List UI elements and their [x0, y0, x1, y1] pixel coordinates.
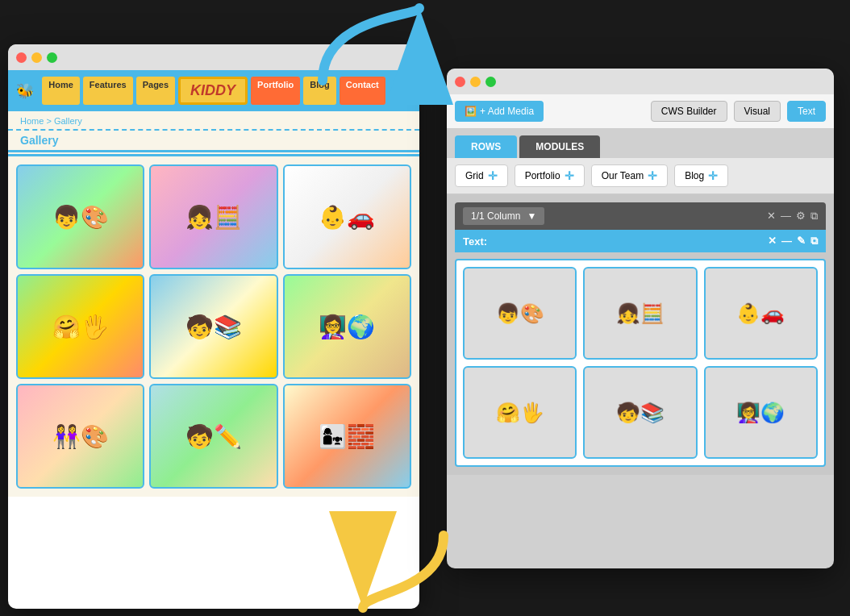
dot-green-right[interactable]: [485, 77, 496, 87]
module-minimize-icon[interactable]: —: [781, 235, 792, 248]
gallery-cell-4[interactable]: 🤗🖐️: [16, 274, 144, 379]
editor-photo-3: 👶🚗: [706, 268, 816, 358]
right-titlebar: [447, 69, 834, 94]
column-label: 1/1 Column: [471, 210, 520, 222]
editor-photo-6: 👩‍🏫🌍: [706, 368, 816, 457]
gallery-photo-6: 👩‍🏫🌍: [285, 276, 410, 377]
add-media-icon: 🖼️: [465, 106, 477, 117]
editor-photo-5: 🧒📚: [585, 368, 695, 457]
editor-cell-5[interactable]: 🧒📚: [583, 366, 697, 459]
our-team-row-button[interactable]: Our Team ✛: [591, 164, 668, 187]
editor-cell-3[interactable]: 👶🚗: [704, 267, 818, 360]
column-bar: 1/1 Column ▼ ✕ — ⚙ ⧉: [455, 202, 826, 230]
our-team-plus-icon: ✛: [648, 169, 657, 182]
gallery-cell-9[interactable]: 👩‍👧🧱: [283, 384, 411, 489]
nav-features[interactable]: Features: [83, 77, 133, 105]
our-team-label: Our Team: [602, 170, 644, 181]
blog-plus-icon: ✛: [708, 169, 718, 182]
blog-label: Blog: [685, 170, 704, 181]
gallery-cell-6[interactable]: 👩‍🏫🌍: [283, 274, 411, 379]
gallery-photo-3: 👶🚗: [285, 166, 410, 268]
blog-row-button[interactable]: Blog ✛: [674, 164, 728, 187]
portfolio-row-button[interactable]: Portfolio ✛: [515, 164, 585, 187]
editor-tabs: ROWS MODULES: [447, 129, 834, 158]
editor-content: 1/1 Column ▼ ✕ — ⚙ ⧉ Text: ✕ — ✎ ⧉: [447, 194, 834, 475]
dot-yellow-left[interactable]: [31, 52, 42, 63]
gallery-photo-9: 👩‍👧🧱: [285, 385, 410, 487]
column-actions: ✕ — ⚙ ⧉: [767, 210, 818, 223]
grid-row-button[interactable]: Grid ✛: [455, 164, 508, 187]
editor-gallery-grid: 👦🎨 👧🧮 👶🚗 🤗🖐️ 🧒📚 👩‍🏫🌍: [455, 259, 826, 467]
module-close-icon[interactable]: ✕: [768, 235, 777, 248]
module-edit-icon[interactable]: ✎: [797, 235, 806, 248]
nav-portfolio[interactable]: Portfolio: [251, 77, 300, 105]
dot-yellow-right[interactable]: [470, 77, 481, 87]
gallery-cell-5[interactable]: 🧒📚: [149, 274, 277, 379]
editor-toolbar: 🖼️ + Add Media CWS Builder Visual Text: [447, 94, 834, 129]
gallery-cell-8[interactable]: 🧒✏️: [149, 384, 277, 489]
add-media-label: + Add Media: [480, 106, 534, 117]
gallery-title: Gallery: [8, 131, 419, 152]
left-window: 🐝 Home Features Pages KIDDY Portfolio Bl…: [8, 44, 419, 609]
cws-builder-button[interactable]: CWS Builder: [651, 101, 727, 122]
text-button[interactable]: Text: [787, 101, 826, 122]
gallery-cell-7[interactable]: 👭🎨: [16, 384, 144, 489]
editor-cell-2[interactable]: 👧🧮: [583, 267, 697, 360]
column-minimize-icon[interactable]: —: [781, 210, 791, 223]
gallery-photo-5: 🧒📚: [151, 276, 276, 377]
text-module: Text: ✕ — ✎ ⧉: [455, 230, 826, 252]
gallery-photo-1: 👦🎨: [18, 166, 143, 268]
portfolio-label: Portfolio: [525, 170, 560, 181]
column-copy-icon[interactable]: ⧉: [810, 210, 818, 223]
column-settings-icon[interactable]: ⚙: [796, 210, 806, 223]
breadcrumb: Home > Gallery: [8, 113, 419, 131]
editor-photo-1: 👦🎨: [465, 268, 575, 358]
grid-label: Grid: [465, 170, 484, 181]
gallery-photo-2: 👧🧮: [151, 166, 276, 268]
scene: 🐝 Home Features Pages KIDDY Portfolio Bl…: [0, 0, 850, 616]
right-window: 🖼️ + Add Media CWS Builder Visual Text R…: [447, 69, 834, 568]
editor-cell-6[interactable]: 👩‍🏫🌍: [704, 366, 818, 459]
dot-green-left[interactable]: [47, 52, 57, 63]
rows-toolbar: Grid ✛ Portfolio ✛ Our Team ✛ Blog ✛: [447, 158, 834, 194]
gallery-grid: 👦🎨 👧🧮 👶🚗 🤗🖐️ 🧒📚 👩‍🏫🌍 👭🎨 🧒✏️: [8, 156, 419, 497]
module-copy-icon[interactable]: ⧉: [810, 235, 818, 248]
nav-pages[interactable]: Pages: [136, 77, 175, 105]
nav-bee-left: 🐝: [16, 82, 34, 100]
column-arrow: ▼: [527, 210, 536, 222]
dot-red-right[interactable]: [455, 77, 465, 87]
dot-red-left[interactable]: [16, 52, 27, 63]
column-selector[interactable]: 1/1 Column ▼: [463, 207, 544, 225]
grid-plus-icon: ✛: [488, 169, 498, 182]
gallery-cell-1[interactable]: 👦🎨: [16, 164, 144, 269]
nav-home[interactable]: Home: [42, 77, 80, 105]
editor-photo-4: 🤗🖐️: [465, 368, 575, 457]
module-actions: ✕ — ✎ ⧉: [768, 235, 818, 248]
text-module-label: Text:: [463, 235, 487, 248]
column-close-icon[interactable]: ✕: [767, 210, 776, 223]
gallery-photo-4: 🤗🖐️: [18, 276, 143, 377]
add-media-button[interactable]: 🖼️ + Add Media: [455, 101, 544, 122]
gallery-cell-2[interactable]: 👧🧮: [149, 164, 277, 269]
editor-photo-2: 👧🧮: [585, 268, 695, 358]
tab-rows[interactable]: ROWS: [455, 135, 517, 158]
arrow-top: [306, 0, 435, 89]
tab-modules[interactable]: MODULES: [519, 135, 600, 158]
gallery-photo-7: 👭🎨: [18, 385, 143, 487]
gallery-cell-3[interactable]: 👶🚗: [283, 164, 411, 269]
nav-logo: KIDDY: [178, 77, 248, 105]
editor-cell-4[interactable]: 🤗🖐️: [463, 366, 577, 459]
gallery-photo-8: 🧒✏️: [151, 385, 276, 487]
visual-button[interactable]: Visual: [734, 101, 781, 122]
arrow-bottom: [347, 527, 460, 616]
portfolio-plus-icon: ✛: [565, 169, 574, 182]
editor-cell-1[interactable]: 👦🎨: [463, 267, 577, 360]
